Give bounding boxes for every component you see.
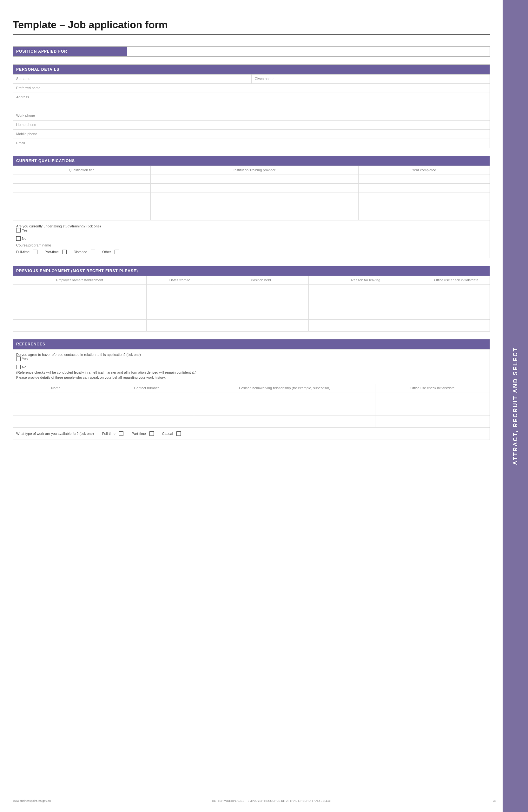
home-phone-row: Home phone	[13, 120, 490, 129]
references-instruction: Please provide details of three people w…	[16, 376, 486, 379]
ref-col-office: Office use check initials/date	[375, 384, 490, 392]
footer: www.businesspoint.tas.gov.au BETTER WORK…	[13, 799, 496, 802]
references-header: REFERENCES	[13, 339, 490, 349]
page-title: Template – Job application form	[13, 19, 490, 34]
no-checkbox-item: No	[16, 236, 486, 241]
given-name-field[interactable]: Given name	[252, 74, 490, 84]
mobile-phone-row: Mobile phone	[13, 129, 490, 139]
table-row	[13, 184, 490, 193]
preferred-name-field[interactable]: Preferred name	[13, 84, 490, 92]
ref-col-name: Name	[13, 384, 99, 392]
avail-casual-checkbox[interactable]	[176, 431, 181, 436]
ref-no-checkbox[interactable]	[16, 365, 20, 369]
email-field[interactable]: Email	[13, 139, 490, 148]
personal-details-section: PERSONAL DETAILS Surname Given name Pref…	[13, 64, 490, 148]
yes-checkbox-item: Yes	[16, 228, 486, 232]
work-phone-field[interactable]: Work phone	[13, 111, 490, 120]
table-row	[13, 392, 490, 404]
emp-col-dates: Dates from/to	[147, 276, 213, 285]
footer-right: 33	[493, 799, 496, 802]
table-row	[13, 308, 490, 320]
study-question: Are you currently undertaking study/trai…	[16, 224, 486, 241]
avail-fulltime-checkbox[interactable]	[119, 431, 124, 436]
yes-label: Yes	[22, 228, 28, 232]
footer-left: www.businesspoint.tas.gov.au	[13, 799, 51, 802]
yes-checkbox[interactable]	[16, 228, 20, 232]
personal-fields: Surname Given name Preferred name Addres…	[13, 74, 490, 148]
sidebar-text: Attract, Recruit and Select	[512, 347, 519, 465]
parttime-label: Part-time	[44, 250, 59, 254]
avail-parttime-checkbox[interactable]	[149, 431, 154, 436]
table-row	[13, 202, 490, 211]
position-header: POSITION APPLIED FOR	[13, 47, 127, 56]
surname-field[interactable]: Surname	[13, 74, 252, 84]
personal-details-header: PERSONAL DETAILS	[13, 65, 490, 74]
ref-no-label: No	[22, 365, 26, 369]
ref-col-contact: Contact number	[99, 384, 194, 392]
avail-casual-label: Casual	[162, 432, 173, 435]
qualifications-header: CURRENT QUALIFICATIONS	[13, 156, 490, 166]
distance-option: Distance	[74, 250, 95, 254]
work-phone-row: Work phone	[13, 111, 490, 120]
ref-no-item: No	[16, 365, 486, 369]
table-row	[13, 404, 490, 416]
course-program-label: Course/program name	[16, 243, 486, 247]
emp-col-office: Office use check initials/date	[423, 276, 490, 285]
ref-yes-checkbox[interactable]	[16, 357, 20, 361]
address-row-1: Address	[13, 92, 490, 102]
fulltime-checkbox[interactable]	[33, 250, 38, 254]
references-agreement-question: Do you agree to have referees contacted …	[16, 353, 486, 369]
parttime-option: Part-time	[44, 250, 67, 254]
table-row	[13, 320, 490, 332]
no-label: No	[22, 237, 26, 241]
qualifications-table: Qualification title Institution/Training…	[13, 166, 490, 220]
table-row	[13, 174, 490, 184]
home-phone-field[interactable]: Home phone	[13, 120, 490, 129]
address-field[interactable]: Address	[13, 93, 490, 102]
work-avail-question: What type of work are you available for?…	[16, 432, 94, 435]
employment-table: Employer name/establishment Dates from/t…	[13, 276, 490, 331]
qual-col-institution: Institution/Training provider	[151, 166, 359, 174]
position-value[interactable]	[127, 47, 490, 56]
emp-col-employer: Employer name/establishment	[13, 276, 147, 285]
emp-col-reason: Reason for leaving	[309, 276, 423, 285]
name-row: Surname Given name	[13, 74, 490, 84]
fulltime-label: Full-time	[16, 250, 29, 254]
avail-fulltime-item: Full-time	[102, 431, 124, 436]
qual-col-title: Qualification title	[13, 166, 151, 174]
table-row	[13, 211, 490, 220]
ref-yes-label: Yes	[22, 357, 28, 361]
mobile-phone-field[interactable]: Mobile phone	[13, 130, 490, 139]
distance-checkbox[interactable]	[91, 250, 95, 254]
qualifications-section: CURRENT QUALIFICATIONS Qualification tit…	[13, 156, 490, 258]
footer-center: BETTER WORKPLACES – EMPLOYER RESOURCE KI…	[212, 799, 332, 802]
position-applied-for-section: POSITION APPLIED FOR	[13, 46, 490, 57]
fulltime-option: Full-time	[16, 250, 38, 254]
parttime-checkbox[interactable]	[62, 250, 67, 254]
table-row	[13, 296, 490, 308]
sidebar: Attract, Recruit and Select	[503, 0, 528, 812]
no-checkbox[interactable]	[16, 236, 20, 241]
other-label: Other	[102, 250, 111, 254]
references-note: (Reference checks will be conducted lega…	[16, 371, 486, 374]
avail-parttime-item: Part-time	[132, 431, 154, 436]
address-field-2[interactable]	[13, 102, 490, 111]
work-availability-row: What type of work are you available for?…	[13, 427, 490, 440]
study-options-row: Full-time Part-time Distance	[16, 250, 486, 254]
table-row	[13, 285, 490, 296]
other-checkbox[interactable]	[115, 250, 119, 254]
references-text: Do you agree to have referees contacted …	[13, 349, 490, 384]
employment-header: PREVIOUS EMPLOYMENT (MOST RECENT FIRST P…	[13, 266, 490, 276]
table-row	[13, 193, 490, 202]
address-row-2	[13, 102, 490, 111]
distance-label: Distance	[74, 250, 87, 254]
ref-yes-item: Yes	[16, 357, 486, 361]
study-section: Are you currently undertaking study/trai…	[13, 220, 490, 258]
email-row: Email	[13, 139, 490, 148]
references-section: REFERENCES Do you agree to have referees…	[13, 339, 490, 440]
avail-fulltime-label: Full-time	[102, 432, 115, 435]
employment-section: PREVIOUS EMPLOYMENT (MOST RECENT FIRST P…	[13, 266, 490, 332]
table-row	[13, 416, 490, 427]
qual-col-year: Year completed	[359, 166, 490, 174]
avail-parttime-label: Part-time	[132, 432, 146, 435]
